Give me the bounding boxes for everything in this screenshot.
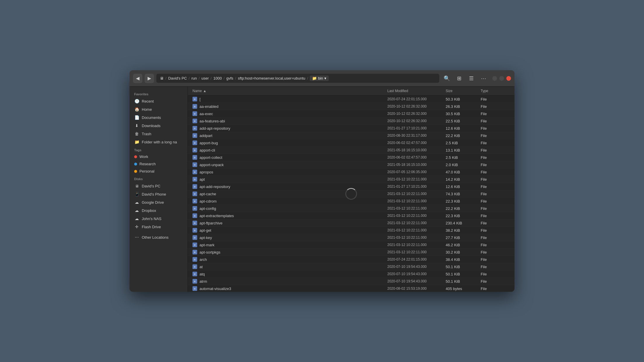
- file-name: apt: [200, 177, 205, 182]
- sidebar-item-downloads[interactable]: ⬇ Downloads: [130, 122, 188, 130]
- forward-button[interactable]: ▶: [145, 74, 154, 83]
- table-row[interactable]: ≡apport-cli2021-05-18 16:15:10.00013.1 K…: [188, 147, 514, 154]
- chevron-down-icon: ▾: [324, 76, 326, 80]
- table-row[interactable]: ≡aa-features-abi2020-10-12 02:26:32.0002…: [188, 117, 514, 125]
- breadcrumb-sftp[interactable]: sftp:host=homeserver.local,user=ubuntu: [238, 76, 305, 80]
- file-name: atq: [200, 272, 205, 276]
- file-modified: 2021-01-27 17:10:21.000: [387, 184, 446, 189]
- table-row[interactable]: ≡atq2020-07-10 19:54:43.00050.1 KiBFile: [188, 270, 514, 278]
- table-row[interactable]: ≡apport-collect2020-06-02 02:47:57.0002.…: [188, 154, 514, 161]
- table-row[interactable]: ≡apt-ftparchive2021-03-12 10:22:11.00023…: [188, 219, 514, 227]
- col-modified-label: Last Modified: [387, 89, 408, 93]
- file-name-cell: ≡atq: [192, 272, 387, 276]
- sidebar-item-davids-pc[interactable]: 🖥 David's PC: [130, 182, 188, 190]
- sidebar-item-folder-long[interactable]: 📁 Folder with a long na: [130, 138, 188, 146]
- table-row[interactable]: ≡apt-sortpkgs2021-03-12 10:22:11.00030.2…: [188, 249, 514, 256]
- sidebar-item-other-locations[interactable]: ⋯ Other Locations: [130, 233, 188, 241]
- file-name: add-apt-repository: [200, 126, 230, 131]
- file-size: 22.3 KiB: [446, 214, 481, 218]
- file-modified: 2021-03-12 10:22:11.000: [387, 250, 446, 254]
- sep5: /: [223, 76, 225, 80]
- grid-view-button[interactable]: ⊞: [454, 73, 464, 84]
- file-name: apport-cli: [200, 148, 215, 152]
- sidebar-item-home[interactable]: 🏠 Home: [130, 105, 188, 113]
- close-button[interactable]: [506, 76, 511, 81]
- file-name-cell: ≡at: [192, 264, 387, 269]
- other-locations-icon: ⋯: [134, 235, 139, 240]
- breadcrumb-1000[interactable]: 1000: [213, 76, 222, 80]
- table-row[interactable]: ≡apt-cache2021-03-12 10:22:11.00074.3 Ki…: [188, 190, 514, 198]
- sidebar-item-trash[interactable]: 🗑 Trash: [130, 130, 188, 138]
- table-row[interactable]: ≡apt-mark2021-03-12 10:22:11.00046.2 KiB…: [188, 241, 514, 249]
- file-size: 22.5 KiB: [446, 119, 481, 123]
- file-name-cell: ≡apt-extracttemplates: [192, 213, 387, 218]
- maximize-button[interactable]: [499, 76, 504, 81]
- file-name-cell: ≡apt-cdrom: [192, 199, 387, 203]
- search-button[interactable]: 🔍: [442, 73, 452, 84]
- table-row[interactable]: ≡aa-exec2020-10-12 02:26:32.00030.5 KiBF…: [188, 110, 514, 117]
- list-view-button[interactable]: ☰: [466, 73, 477, 84]
- sidebar-item-personal[interactable]: Personal: [130, 168, 188, 175]
- table-row[interactable]: ≡apport-bug2020-06-02 02:47:57.0002.5 Ki…: [188, 139, 514, 147]
- file-icon: ≡: [192, 228, 197, 233]
- col-header-type[interactable]: Type: [481, 89, 510, 93]
- breadcrumb-run[interactable]: run: [191, 76, 197, 80]
- table-row[interactable]: ≡apt-key2021-03-12 10:22:11.00027.7 KiBF…: [188, 234, 514, 241]
- file-type: File: [481, 155, 510, 160]
- file-name-cell: ≡apropos: [192, 170, 387, 174]
- col-header-name[interactable]: Name ▲: [192, 89, 387, 93]
- file-modified: 2021-03-12 10:22:11.000: [387, 236, 446, 240]
- table-row[interactable]: ≡apport-unpack2021-05-18 16:15:10.0002.0…: [188, 161, 514, 168]
- sidebar-item-davids-phone[interactable]: 📱 David's Phone: [130, 190, 188, 198]
- file-size: 26.3 KiB: [446, 104, 481, 109]
- file-list: ≡[2020-07-24 22:01:15.00050.3 KiBFile≡aa…: [188, 96, 514, 292]
- table-row[interactable]: ≡apt-get2021-03-12 10:22:11.00038.2 KiBF…: [188, 227, 514, 234]
- table-row[interactable]: ≡apt-extracttemplates2021-03-12 10:22:11…: [188, 212, 514, 219]
- file-name-cell: ≡apt-mark: [192, 242, 387, 247]
- file-name-cell: ≡atrm: [192, 279, 387, 284]
- breadcrumb[interactable]: 🖥 / David's PC / run / user / 1000 / gvf…: [156, 74, 439, 83]
- file-type: File: [481, 119, 510, 123]
- sidebar-item-google-drive[interactable]: ☁ Google Drive: [130, 198, 188, 206]
- minimize-button[interactable]: [492, 76, 497, 81]
- file-type: File: [481, 184, 510, 189]
- table-row[interactable]: ≡atrm2020-07-10 19:54:43.00050.1 KiBFile: [188, 278, 514, 285]
- table-row[interactable]: ≡automat-visualize32020-08-02 15:53:19.0…: [188, 285, 514, 292]
- breadcrumb-gvfs[interactable]: gvfs: [226, 76, 233, 80]
- sidebar-item-work[interactable]: Work: [130, 153, 188, 160]
- sidebar-item-flash-drive[interactable]: ✛ Flash Drive: [130, 223, 188, 231]
- table-row[interactable]: ≡add-apt-repository2021-01-27 17:10:21.0…: [188, 125, 514, 132]
- dropbox-icon: ☁: [134, 208, 139, 213]
- sidebar-item-dropbox[interactable]: ☁ Dropbox: [130, 206, 188, 215]
- file-modified: 2021-03-12 10:22:11.000: [387, 228, 446, 232]
- table-row[interactable]: ≡at2020-07-10 19:54:43.00050.1 KiBFile: [188, 263, 514, 270]
- sidebar-item-recent[interactable]: 🕐 Recent: [130, 97, 188, 105]
- file-name: aa-enabled: [200, 104, 218, 109]
- table-row[interactable]: ≡[2020-07-24 22:01:15.00050.3 KiBFile: [188, 96, 514, 103]
- col-header-size[interactable]: Size: [446, 89, 481, 93]
- table-row[interactable]: ≡addpart2020-08-30 22:31:17.00022.2 KiBF…: [188, 132, 514, 139]
- file-name-cell: ≡apport-bug: [192, 140, 387, 145]
- file-name: addpart: [200, 133, 212, 138]
- table-row[interactable]: ≡apt-config2021-03-12 10:22:11.00022.2 K…: [188, 205, 514, 212]
- trash-icon: 🗑: [134, 131, 139, 136]
- table-row[interactable]: ≡apt-cdrom2021-03-12 10:22:11.00022.3 Ki…: [188, 198, 514, 205]
- breadcrumb-user[interactable]: user: [202, 76, 209, 80]
- col-header-modified[interactable]: Last Modified: [387, 89, 446, 93]
- sep2: /: [189, 76, 190, 80]
- sidebar-item-johns-nas[interactable]: ☁ John's NAS: [130, 215, 188, 223]
- breadcrumb-davids-pc[interactable]: David's PC: [168, 76, 187, 80]
- table-row[interactable]: ≡apropos2020-07-05 12:06:35.00047.0 KiBF…: [188, 168, 514, 176]
- folder-long-icon: 📁: [134, 139, 139, 145]
- table-row[interactable]: ≡apt2021-03-12 10:22:11.00014.2 KiBFile: [188, 176, 514, 183]
- sidebar-item-documents[interactable]: 📄 Documents: [130, 113, 188, 122]
- sidebar-item-research[interactable]: Research: [130, 160, 188, 168]
- table-row[interactable]: ≡arch2020-07-24 22:01:15.00038.4 KiBFile: [188, 256, 514, 263]
- sidebar-item-label-documents: Documents: [142, 115, 161, 120]
- table-row[interactable]: ≡apt-add-repository2021-01-27 17:10:21.0…: [188, 183, 514, 190]
- breadcrumb-pc-icon: 🖥: [160, 76, 164, 80]
- more-options-button[interactable]: ⋯: [478, 73, 489, 84]
- table-row[interactable]: ≡aa-enabled2020-10-12 02:26:32.00026.3 K…: [188, 103, 514, 110]
- breadcrumb-current[interactable]: 📁 bin ▾: [310, 75, 328, 81]
- back-button[interactable]: ◀: [133, 74, 142, 83]
